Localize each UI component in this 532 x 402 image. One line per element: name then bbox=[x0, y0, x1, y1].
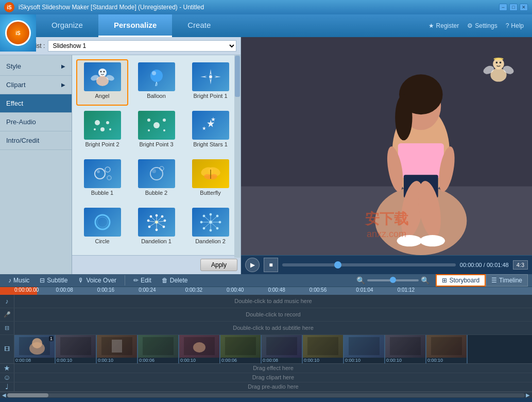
record-track-content[interactable]: Double-click to record bbox=[14, 308, 532, 321]
nav-style[interactable]: Style ▶ bbox=[0, 57, 72, 76]
film-thumb-8[interactable]: 0:00:10 bbox=[344, 335, 385, 363]
clipart-bright-point-2[interactable]: Bright Point 2 bbox=[76, 108, 128, 154]
progress-thumb[interactable] bbox=[334, 261, 341, 269]
toolbar-sep-1 bbox=[125, 275, 125, 286]
music-button[interactable]: ♪ Music bbox=[4, 275, 33, 286]
window-title: iSkysoft Slideshow Maker [Standard Mode]… bbox=[19, 4, 499, 11]
svg-rect-106 bbox=[225, 337, 256, 355]
svg-point-28 bbox=[105, 167, 110, 172]
effect-track-content[interactable]: Drag effect here bbox=[14, 365, 532, 371]
play-button[interactable]: ▶ bbox=[245, 258, 260, 272]
clipart-butterfly-thumb bbox=[192, 159, 229, 188]
preaudio-track-content[interactable]: Drag pre-audio here bbox=[14, 383, 532, 390]
timeline-section: ♪ Music ⊟ Subtitle 🎙 Voice Over ✏ Edit 🗑… bbox=[0, 274, 532, 398]
svg-point-53 bbox=[163, 226, 165, 228]
timeline-view-button[interactable]: ☰ Timeline bbox=[486, 274, 528, 287]
apply-button[interactable]: Apply bbox=[200, 259, 237, 271]
subtitle-track-content[interactable]: Double-click to add subtitle here bbox=[14, 322, 532, 334]
storyboard-view-button[interactable]: ⊞ Storyboard bbox=[436, 274, 486, 287]
film-thumb-1[interactable]: 0:00:10 bbox=[56, 335, 97, 363]
clipart-dandelion-1[interactable]: Dandelion 1 bbox=[130, 205, 182, 251]
scrollbar-thumb[interactable] bbox=[7, 393, 48, 397]
tab-create[interactable]: Create bbox=[172, 14, 226, 37]
clipart-bubble-2-label: Bubble 2 bbox=[145, 190, 167, 196]
clipart-bright-point-3[interactable]: Bright Point 3 bbox=[130, 108, 182, 154]
close-button[interactable]: ✕ bbox=[520, 4, 528, 11]
film-thumb-2[interactable]: 0:00:10 bbox=[97, 335, 138, 363]
svg-point-27 bbox=[97, 170, 100, 173]
film-thumb-4[interactable]: 0:00:10 bbox=[179, 335, 220, 363]
clipart-balloon[interactable]: Balloon bbox=[130, 59, 182, 106]
film-icon: 🎞 bbox=[4, 346, 10, 352]
settings-button[interactable]: ⚙ Settings bbox=[467, 22, 497, 29]
ruler-8: 0:00:08 bbox=[56, 287, 73, 293]
svg-point-26 bbox=[95, 169, 105, 179]
slideshow-select[interactable]: Slideshow 1 bbox=[48, 40, 236, 52]
clipart-bright-point-3-label: Bright Point 3 bbox=[139, 141, 173, 147]
svg-point-95 bbox=[500, 62, 502, 64]
zoom-out-icon[interactable]: 🔍 bbox=[356, 276, 365, 284]
scroll-right-arrow[interactable]: ▶ bbox=[525, 392, 531, 398]
clipart-scrollthumb[interactable] bbox=[235, 56, 240, 97]
clipart-bright-point-1-label: Bright Point 1 bbox=[193, 93, 227, 99]
clipart-butterfly[interactable]: Butterfly bbox=[184, 156, 236, 203]
svg-point-22 bbox=[163, 129, 165, 131]
progress-bar[interactable] bbox=[282, 263, 456, 266]
clipart-angel[interactable]: Angel bbox=[76, 59, 128, 106]
subtitle-placeholder: Double-click to add subtitle here bbox=[233, 325, 314, 331]
svg-point-43 bbox=[150, 215, 152, 217]
film-thumb-6[interactable]: 0:00:08 bbox=[262, 335, 303, 363]
clipart-dandelion-2[interactable]: Dandelion 2 bbox=[184, 205, 236, 251]
help-button[interactable]: ? Help bbox=[506, 22, 524, 29]
film-thumb-0[interactable]: 0:00:08 1 bbox=[14, 335, 56, 363]
maximize-button[interactable]: □ bbox=[509, 4, 518, 11]
clipart-circle-thumb bbox=[84, 208, 121, 237]
svg-point-12 bbox=[209, 75, 212, 78]
minimize-button[interactable]: – bbox=[499, 4, 507, 11]
clipart-bright-stars-1[interactable]: Bright Stars 1 bbox=[184, 108, 236, 154]
clipart-bright-point-2-thumb bbox=[84, 111, 121, 140]
register-button[interactable]: ★ Register bbox=[428, 22, 459, 29]
clipart-scrollbar[interactable] bbox=[234, 55, 241, 258]
nav-effect[interactable]: Effect bbox=[0, 94, 72, 113]
svg-point-99 bbox=[32, 338, 42, 348]
svg-point-88 bbox=[397, 235, 422, 246]
clipart-bright-point-1[interactable]: Bright Point 1 bbox=[184, 59, 236, 106]
nav-pre-audio[interactable]: Pre-Audio bbox=[0, 113, 72, 131]
zoom-in-icon[interactable]: 🔍 bbox=[421, 276, 430, 284]
nav-intro-credit[interactable]: Intro/Credit bbox=[0, 131, 72, 150]
svg-rect-82 bbox=[398, 143, 444, 178]
svg-point-13 bbox=[95, 120, 100, 125]
tab-bar: iS Organize Personalize Create ★ Registe… bbox=[0, 14, 532, 37]
scroll-left-arrow[interactable]: ◀ bbox=[1, 392, 7, 398]
scrollbar-track[interactable] bbox=[7, 393, 525, 397]
slideshow-bar: Slideshow list : Slideshow 1 bbox=[0, 37, 241, 55]
film-thumb-3[interactable]: 0:00:06 bbox=[138, 335, 179, 363]
film-thumb-9[interactable]: 0:00:10 bbox=[385, 335, 426, 363]
edit-button[interactable]: ✏ Edit bbox=[129, 275, 156, 286]
voiceover-button[interactable]: 🎙 Voice Over bbox=[74, 275, 121, 286]
film-strip[interactable]: 0:00:08 1 0:00:10 0:00:10 bbox=[14, 335, 532, 363]
tab-personalize[interactable]: Personalize bbox=[98, 14, 172, 37]
film-thumb-10[interactable]: 0:00:10 bbox=[426, 335, 468, 363]
preaudio-placeholder: Drag pre-audio here bbox=[248, 383, 298, 390]
film-thumb-5[interactable]: 0:00:06 bbox=[220, 335, 262, 363]
clipart-track-content[interactable]: Drag clipart here bbox=[14, 374, 532, 380]
clipart-bright-point-2-label: Bright Point 2 bbox=[85, 141, 119, 147]
stop-button[interactable]: ■ bbox=[264, 258, 278, 272]
zoom-thumb[interactable] bbox=[390, 277, 396, 283]
clipart-grid: Angel Balloon bbox=[72, 55, 241, 255]
zoom-slider[interactable] bbox=[367, 279, 419, 281]
clipart-circle[interactable]: Circle bbox=[76, 205, 128, 251]
subtitle-button[interactable]: ⊟ Subtitle bbox=[36, 275, 72, 286]
clipart-area: Angel Balloon bbox=[72, 55, 241, 274]
delete-button[interactable]: 🗑 Delete bbox=[158, 275, 192, 286]
clipart-bubble-2[interactable]: Bubble 2 bbox=[130, 156, 182, 203]
film-thumb-7[interactable]: 0:00:10 bbox=[303, 335, 344, 363]
ratio-button[interactable]: 4:3 bbox=[513, 260, 528, 270]
music-track-content[interactable]: Double-click to add music here bbox=[14, 295, 532, 308]
clipart-bubble-1[interactable]: Bubble 1 bbox=[76, 156, 128, 203]
horizontal-scrollbar[interactable]: ◀ ▶ bbox=[0, 392, 532, 398]
nav-clipart[interactable]: Clipart ▶ bbox=[0, 76, 72, 94]
tab-organize[interactable]: Organize bbox=[36, 14, 98, 37]
